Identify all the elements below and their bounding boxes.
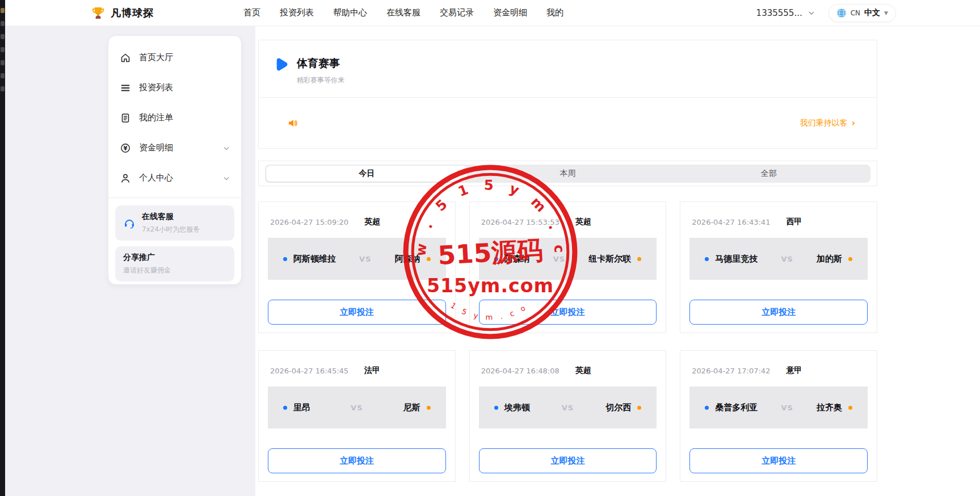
away-team-name: 尼斯 <box>403 402 420 413</box>
vs-label: VS <box>781 255 793 263</box>
home-team-name: 阿斯顿维拉 <box>293 254 336 264</box>
match-grid: 2026-04-27 15:09:20 英超 阿斯顿维拉 VS 阿森纳 立即投注… <box>258 201 877 482</box>
home-team: 马德里竞技 <box>705 254 758 264</box>
match-datetime: 2026-04-27 17:07:42 <box>692 367 770 375</box>
match-card-header: 2026-04-27 16:43:41 西甲 <box>689 217 868 227</box>
announcement-bar: 我们秉持以客 › <box>259 98 877 149</box>
language-selector[interactable]: CN 中文 ▼ <box>828 4 896 22</box>
sidebar-item-personal-center[interactable]: 个人中心 <box>108 163 241 193</box>
match-league: 意甲 <box>786 365 802 376</box>
match-league: 英超 <box>364 217 380 227</box>
away-team-name: 纽卡斯尔联 <box>588 254 631 264</box>
nav-item-invest-list[interactable]: 投资列表 <box>280 7 314 18</box>
announcement-text: 我们秉持以客 <box>800 118 847 128</box>
page-subtitle: 精彩赛事等你来 <box>297 75 344 85</box>
match-card-header: 2026-04-27 15:09:20 英超 <box>268 217 446 227</box>
match-datetime: 2026-04-27 16:48:08 <box>481 367 560 375</box>
match-teams-row: 阿斯顿维拉 VS 阿森纳 <box>268 238 446 280</box>
date-filter-panel: 今日 本周 全部 <box>258 161 877 186</box>
language-label: 中文 <box>864 8 880 18</box>
strip-fragment <box>1 8 5 13</box>
away-team-name: 拉齐奥 <box>817 402 842 413</box>
home-team-dot <box>494 257 498 261</box>
away-team-dot <box>427 257 431 261</box>
away-team-dot <box>848 257 852 261</box>
date-filter-tabs: 今日 本周 全部 <box>265 165 870 183</box>
bet-now-button[interactable]: 立即投注 <box>268 448 446 473</box>
home-team-name: 桑普多利亚 <box>715 402 758 413</box>
nav-item-help-center[interactable]: 帮助中心 <box>333 7 367 18</box>
arrow-right-icon: › <box>851 119 855 128</box>
headset-icon <box>123 217 136 229</box>
away-team-dot <box>637 257 641 261</box>
globe-icon <box>836 8 847 18</box>
online-service-texts: 在线客服 7x24小时为您服务 <box>142 212 200 234</box>
match-datetime: 2026-04-27 15:53:53 <box>481 218 560 226</box>
match-teams-row: 马德里竞技 VS 加的斯 <box>689 238 868 280</box>
match-card: 2026-04-27 16:48:08 英超 埃弗顿 VS 切尔西 立即投注 <box>469 350 667 482</box>
main-nav: 首页 投资列表 帮助中心 在线客服 交易记录 资金明细 我的 <box>243 7 563 18</box>
match-league: 英超 <box>575 217 591 227</box>
account-menu[interactable]: 1335555... <box>756 8 815 18</box>
sidebar-item-home-hall[interactable]: 首页大厅 <box>108 43 241 73</box>
bet-now-button[interactable]: 立即投注 <box>268 300 446 325</box>
brand-logo[interactable]: 凡博球探 <box>91 6 154 20</box>
match-league: 西甲 <box>786 217 802 227</box>
page-title: 体育赛事 <box>297 56 344 71</box>
nav-item-mine[interactable]: 我的 <box>546 7 563 18</box>
share-promo-subtitle: 邀请好友赚佣金 <box>123 266 171 275</box>
nav-item-trade-records[interactable]: 交易记录 <box>440 7 474 18</box>
vs-label: VS <box>359 255 371 263</box>
match-datetime: 2026-04-27 16:43:41 <box>692 218 770 226</box>
announcement-link[interactable]: 我们秉持以客 › <box>800 118 855 128</box>
tab-today[interactable]: 今日 <box>266 166 467 182</box>
home-team-dot <box>705 257 709 261</box>
note-icon <box>120 112 131 124</box>
chevron-down-icon <box>223 175 230 182</box>
home-team-dot <box>705 406 709 410</box>
share-promo-card[interactable]: 分享推广 邀请好友赚佣金 <box>115 246 234 281</box>
bet-now-button[interactable]: 立即投注 <box>479 300 657 325</box>
strip-fragment <box>1 34 5 39</box>
nav-item-home[interactable]: 首页 <box>243 7 260 18</box>
away-team: 加的斯 <box>817 254 852 264</box>
match-card: 2026-04-27 15:53:53 英超 阿森纳 VS 纽卡斯尔联 立即投注 <box>469 201 667 333</box>
away-team-dot <box>427 406 431 410</box>
sports-events-panel: 体育赛事 精彩赛事等你来 我们秉持以客 › <box>258 40 877 149</box>
match-datetime: 2026-04-27 15:09:20 <box>270 218 348 226</box>
sidebar: 首页大厅 投资列表 我的注单 ¥ 资金明细 <box>108 35 242 285</box>
svg-text:¥: ¥ <box>124 145 128 151</box>
match-teams-row: 阿森纳 VS 纽卡斯尔联 <box>479 238 657 280</box>
caret-down-icon: ▼ <box>884 10 888 16</box>
away-team: 阿森纳 <box>395 254 431 264</box>
sidebar-item-label: 个人中心 <box>139 173 173 183</box>
strip-fragment <box>1 60 5 65</box>
hero-texts: 体育赛事 精彩赛事等你来 <box>297 56 344 85</box>
app-window: 凡博球探 首页 投资列表 帮助中心 在线客服 交易记录 资金明细 我的 1335… <box>0 0 980 496</box>
trophy-icon <box>91 6 105 20</box>
user-icon <box>120 173 131 184</box>
nav-item-funds-detail[interactable]: 资金明细 <box>493 7 527 18</box>
match-teams-row: 埃弗顿 VS 切尔西 <box>479 386 657 428</box>
online-service-title: 在线客服 <box>142 212 200 222</box>
away-team: 拉齐奥 <box>817 402 852 413</box>
match-teams-row: 里昂 VS 尼斯 <box>268 386 446 428</box>
home-team-dot <box>283 257 287 261</box>
sidebar-item-invest-list[interactable]: 投资列表 <box>108 73 241 103</box>
bet-now-button[interactable]: 立即投注 <box>689 448 868 473</box>
match-datetime: 2026-04-27 16:45:45 <box>270 367 348 375</box>
home-team: 阿斯顿维拉 <box>283 254 336 264</box>
bet-now-button[interactable]: 立即投注 <box>479 448 657 473</box>
strip-fragment <box>1 73 5 78</box>
background-window-strip <box>0 0 5 496</box>
topbar-right: 1335555... CN 中文 <box>756 4 896 22</box>
online-service-card[interactable]: 在线客服 7x24小时为您服务 <box>115 205 234 241</box>
vs-label: VS <box>781 403 793 412</box>
home-team: 里昂 <box>283 402 310 413</box>
bet-now-button[interactable]: 立即投注 <box>689 300 868 325</box>
tab-this-week[interactable]: 本周 <box>467 166 668 182</box>
sidebar-item-my-orders[interactable]: 我的注单 <box>108 103 241 133</box>
nav-item-online-service[interactable]: 在线客服 <box>386 7 420 18</box>
tab-all[interactable]: 全部 <box>668 166 869 182</box>
sidebar-item-funds-detail[interactable]: ¥ 资金明细 <box>108 133 241 163</box>
